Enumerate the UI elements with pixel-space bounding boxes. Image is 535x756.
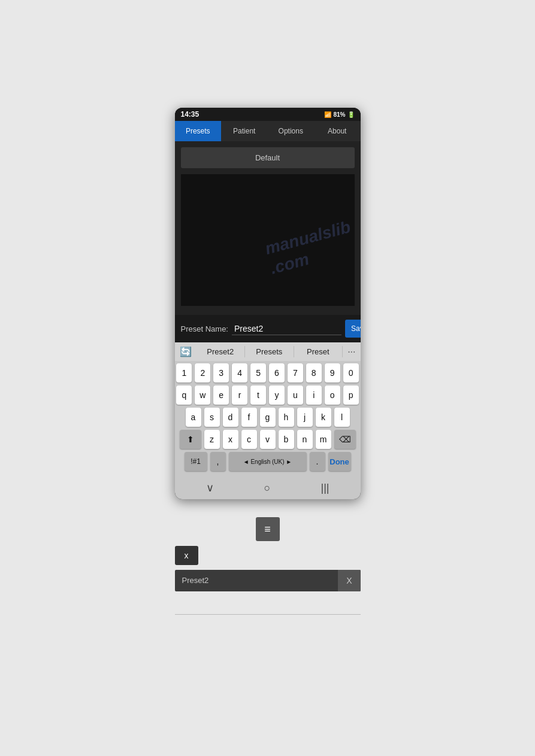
key-8[interactable]: 8 [306,363,322,382]
tab-about[interactable]: About [314,121,361,141]
key-s[interactable]: s [204,408,220,427]
keyboard: 1 2 3 4 5 6 7 8 9 0 q w e r t y u i [175,361,361,476]
keyboard-suggestions: 🔄 Preset2 Presets Preset ··· [175,342,361,361]
nav-back-button[interactable]: ∨ [206,481,214,494]
save-preset-button[interactable]: Save Preset [345,320,361,338]
battery-text: 81% [333,111,345,118]
suggestion-2[interactable]: Preset [294,346,343,357]
nav-home-button[interactable]: ○ [264,482,271,494]
nav-bar: ∨ ○ ||| [175,476,361,499]
suggestion-refresh-icon: 🔄 [180,346,192,357]
key-shift[interactable]: ⬆ [180,430,201,449]
preset-list-item: Preset2 X [175,570,361,591]
key-9[interactable]: 9 [325,363,340,382]
tab-bar: Presets Patient Options About [175,121,361,141]
key-delete[interactable]: ⌫ [334,430,356,449]
nav-recents-button[interactable]: ||| [321,482,329,494]
key-symbols[interactable]: !#1 [185,452,207,471]
tab-presets[interactable]: Presets [175,121,222,141]
key-6[interactable]: 6 [269,363,285,382]
page-wrapper: 14:35 📶 81% 🔋 Presets Patient Options Ab… [0,12,535,756]
key-a[interactable]: a [186,408,201,427]
key-y[interactable]: y [269,385,285,405]
signal-icon: 📶 [324,111,331,118]
status-icons: 📶 81% 🔋 [324,111,354,118]
suggestion-more-icon[interactable]: ··· [347,347,355,357]
key-space[interactable]: ◄ English (UK) ► [229,452,307,471]
key-row-z: ⬆ z x c v b n m ⌫ [177,430,359,449]
key-3[interactable]: 3 [213,363,229,382]
key-q[interactable]: q [176,385,192,405]
menu-icon: ≡ [264,523,271,536]
menu-icon-button[interactable]: ≡ [256,517,280,541]
key-e[interactable]: e [213,385,229,405]
key-m[interactable]: m [316,430,331,449]
key-n[interactable]: n [297,430,313,449]
key-l[interactable]: l [334,408,350,427]
suggestion-1[interactable]: Presets [245,346,294,357]
key-o[interactable]: o [325,385,340,405]
key-d[interactable]: d [223,408,238,427]
key-z[interactable]: z [204,430,220,449]
tab-patient[interactable]: Patient [221,121,268,141]
watermark: manualslib.com [263,217,358,278]
preset-name-row: Preset Name: Save Preset [175,315,361,342]
key-done[interactable]: Done [328,452,351,471]
key-1[interactable]: 1 [176,363,192,382]
key-5[interactable]: 5 [250,363,266,382]
key-i[interactable]: i [306,385,322,405]
key-f[interactable]: f [241,408,257,427]
key-g[interactable]: g [260,408,276,427]
preset-item-name: Preset2 [175,570,338,591]
key-4[interactable]: 4 [232,363,247,382]
key-r[interactable]: r [232,385,247,405]
key-v[interactable]: v [260,430,276,449]
key-comma[interactable]: , [210,452,226,471]
preset-name-input[interactable] [232,323,341,335]
status-time: 14:35 [181,110,200,119]
key-j[interactable]: j [297,408,313,427]
key-p[interactable]: p [343,385,359,405]
key-w[interactable]: w [195,385,210,405]
key-b[interactable]: b [279,430,294,449]
key-period[interactable]: . [310,452,325,471]
divider-line [175,614,361,615]
key-t[interactable]: t [250,385,266,405]
key-7[interactable]: 7 [288,363,303,382]
preset-item-close-button[interactable]: X [338,570,360,591]
key-x[interactable]: x [223,430,238,449]
key-2[interactable]: 2 [195,363,210,382]
key-k[interactable]: k [316,408,331,427]
key-c[interactable]: c [241,430,257,449]
key-0[interactable]: 0 [343,363,359,382]
preset-name-label: Preset Name: [181,324,228,333]
key-row-numbers: 1 2 3 4 5 6 7 8 9 0 [177,363,359,382]
default-button[interactable]: Default [181,147,355,168]
app-content: Default manualslib.com [175,141,361,315]
suggestion-0[interactable]: Preset2 [197,346,246,357]
key-u[interactable]: u [288,385,303,405]
bottom-section: ≡ x Preset2 X [175,517,361,615]
black-area: manualslib.com [181,174,355,306]
battery-icon: 🔋 [347,111,355,118]
status-bar: 14:35 📶 81% 🔋 [175,108,361,121]
key-h[interactable]: h [279,408,294,427]
phone-frame: 14:35 📶 81% 🔋 Presets Patient Options Ab… [175,108,361,499]
key-row-a: a s d f g h j k l [177,408,359,427]
x-dismiss-button[interactable]: x [175,546,198,565]
key-row-q: q w e r t y u i o p [177,385,359,405]
tab-options[interactable]: Options [268,121,315,141]
key-row-bottom: !#1 , ◄ English (UK) ► . Done [177,452,359,471]
